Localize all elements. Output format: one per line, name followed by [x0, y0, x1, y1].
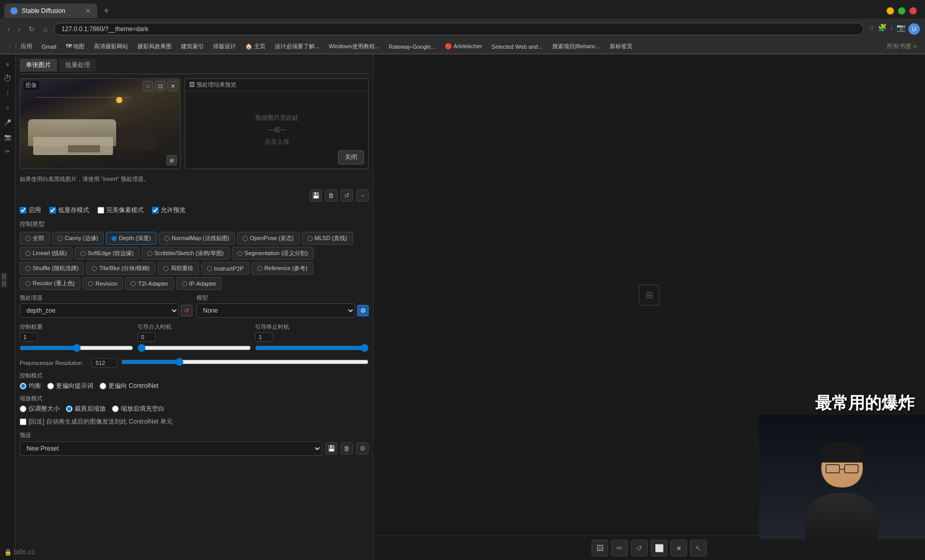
type-shuffle[interactable]: Shuffle (随机洗牌)	[20, 262, 84, 275]
preset-delete-btn[interactable]: 🗑	[341, 442, 353, 455]
type-ip-adapter[interactable]: IP-Adapter	[176, 277, 222, 290]
bookmark-newtab[interactable]: 新标签页	[607, 41, 636, 51]
maximize-button[interactable]	[898, 7, 905, 15]
type-t2i[interactable]: T2I-Adapter	[125, 277, 174, 290]
sidebar-icon-camera[interactable]: 📷	[2, 131, 13, 143]
right-tool-square[interactable]: ⬜	[651, 540, 667, 556]
zoom-fill-radio[interactable]	[112, 405, 119, 412]
close-button[interactable]	[909, 7, 917, 15]
bookmarks-more[interactable]: 所有书签 »	[882, 41, 921, 52]
sidebar-icon-microphone[interactable]: 🎤	[2, 117, 13, 128]
model-config-btn[interactable]: ⚙	[357, 305, 369, 316]
zoom-fill-label[interactable]: 缩放后填充空白	[112, 404, 164, 413]
new-tab-button[interactable]: +	[100, 5, 114, 18]
allow-preview-checkbox[interactable]: 允许预览	[152, 206, 186, 215]
preset-save-btn[interactable]: 💾	[325, 442, 338, 455]
preprocessor-res-input[interactable]	[91, 358, 117, 368]
type-normalmap[interactable]: NormalMap (法线贴图)	[159, 232, 235, 245]
start-time-slider[interactable]	[137, 344, 251, 352]
bookmark-apps[interactable]: ⋮⋮应用	[4, 41, 35, 51]
mode-more-controlnet-label[interactable]: 更偏向 ControlNet	[100, 382, 159, 390]
right-tool-cursor[interactable]: ↖	[690, 540, 707, 556]
feedback-checkbox[interactable]	[20, 418, 26, 425]
bookmark-layout[interactable]: 排版设计	[210, 41, 239, 51]
end-time-input[interactable]	[255, 332, 273, 342]
mode-more-prompt-label[interactable]: 更偏向提示词	[47, 382, 93, 390]
preset-settings-btn[interactable]: ⚙	[356, 442, 369, 455]
enable-input[interactable]	[20, 207, 26, 214]
perfect-pixel-input[interactable]	[97, 207, 104, 214]
image-upload-area[interactable]: 图像 ○ ⊡ ✕ ⊞	[20, 78, 180, 169]
toolbar-save-btn[interactable]: 💾	[310, 189, 322, 202]
toolbar-send-btn[interactable]: →	[356, 189, 369, 202]
control-weight-slider[interactable]	[20, 344, 133, 352]
sidebar-icon-pencil[interactable]: ✏	[2, 146, 13, 157]
bookmark-raleway[interactable]: Raleway-Google...	[386, 43, 439, 51]
bookmark-design[interactable]: 设计必须要了解...	[272, 41, 323, 51]
perfect-pixel-checkbox[interactable]: 完美像素模式	[97, 206, 144, 215]
back-button[interactable]: ‹	[5, 24, 12, 34]
enable-checkbox[interactable]: 启用	[20, 206, 41, 215]
close-preview-btn[interactable]: 关闭	[338, 150, 364, 164]
image-expand-btn[interactable]: ⊞	[166, 155, 177, 165]
low-mem-checkbox[interactable]: 低显存模式	[49, 206, 89, 215]
image-circle-btn[interactable]: ○	[143, 81, 153, 91]
bookmark-home[interactable]: 🏠 主页	[242, 41, 269, 51]
bookmark-photo[interactable]: 高清摄影网站	[91, 41, 131, 51]
image-close-btn[interactable]: ✕	[167, 81, 178, 91]
end-time-slider[interactable]	[255, 344, 369, 352]
type-instructp2p[interactable]: InstructP2P	[201, 262, 249, 275]
type-revision[interactable]: Revision	[82, 277, 123, 290]
bookmark-search[interactable]: 搜索项目|Behanc...	[549, 41, 604, 51]
refresh-button[interactable]: ↻	[26, 24, 37, 34]
mode-balanced-label[interactable]: 均衡	[20, 382, 41, 390]
mode-balanced-radio[interactable]	[20, 383, 26, 389]
extensions-button[interactable]: 🧩	[878, 23, 887, 35]
sidebar-icon-3[interactable]: ⋮	[2, 88, 13, 99]
type-tile[interactable]: Tile/Blur (分块/模糊)	[86, 262, 155, 275]
low-mem-input[interactable]	[49, 207, 56, 214]
type-depth[interactable]: Depth (深度)	[106, 232, 157, 245]
zoom-just-resize-radio[interactable]	[20, 405, 26, 412]
mode-more-prompt-radio[interactable]	[47, 383, 54, 389]
start-time-input[interactable]	[137, 332, 156, 342]
bookmark-effects[interactable]: 摄影风效果图	[134, 41, 175, 51]
preprocessor-select[interactable]: depth_zoe depth_midas depth_leres none	[20, 303, 179, 318]
right-tool-image[interactable]: 🖼	[592, 540, 608, 556]
bookmark-arch[interactable]: 建筑索引	[178, 41, 207, 51]
toolbar-refresh-btn[interactable]: ↺	[341, 189, 353, 202]
type-scribble[interactable]: Scribble/Sketch (涂鸦/草图)	[142, 247, 230, 260]
tab-single-image[interactable]: 单张图片	[20, 59, 57, 72]
right-tool-star[interactable]: ★	[670, 540, 687, 556]
type-recolor[interactable]: Recolor (重上色)	[20, 277, 80, 290]
active-tab[interactable]: Stable Diffusion ✕	[4, 4, 97, 18]
tab-batch[interactable]: 批量处理	[59, 59, 96, 72]
type-lineart[interactable]: Lineart (线稿)	[20, 247, 73, 260]
allow-preview-input[interactable]	[152, 207, 159, 214]
toolbar-delete-btn[interactable]: 🗑	[325, 189, 338, 202]
type-all[interactable]: 全部	[20, 232, 50, 245]
screenshot-button[interactable]: 📷	[896, 23, 905, 35]
type-mlsd[interactable]: MLSD (直线)	[302, 232, 353, 245]
control-weight-input[interactable]	[20, 332, 38, 342]
type-softedge[interactable]: SoftEdge (软边缘)	[75, 247, 139, 260]
bookmark-selected[interactable]: Selected Web and...	[488, 43, 546, 51]
right-tool-pencil[interactable]: ✏	[611, 540, 628, 556]
close-tab-button[interactable]: ✕	[85, 7, 91, 15]
address-bar[interactable]: 127.0.0.1:7860/?__theme=dark	[54, 23, 864, 35]
download-button[interactable]: ↓	[890, 23, 893, 35]
zoom-just-resize-label[interactable]: 仅调整大小	[20, 404, 60, 413]
preprocessor-res-slider[interactable]	[121, 358, 369, 366]
zoom-crop-label[interactable]: 裁剪后缩放	[66, 404, 106, 413]
type-segmentation[interactable]: Segmentation (语义分割)	[232, 247, 314, 260]
sidebar-icon-2[interactable]: ⏱	[2, 73, 13, 85]
minimize-button[interactable]	[887, 7, 894, 15]
zoom-crop-radio[interactable]	[66, 405, 73, 412]
home-button[interactable]: ⌂	[41, 24, 49, 34]
model-select[interactable]: None control_v11f1p_sd15_depth	[197, 303, 356, 318]
sidebar-icon-1[interactable]: ≡	[2, 59, 13, 70]
image-crop-btn[interactable]: ⊡	[155, 81, 165, 91]
type-openpose[interactable]: OpenPose (姿态)	[237, 232, 299, 245]
preset-select[interactable]: New Preset	[20, 441, 322, 456]
type-canny[interactable]: Canny (边缘)	[52, 232, 104, 245]
